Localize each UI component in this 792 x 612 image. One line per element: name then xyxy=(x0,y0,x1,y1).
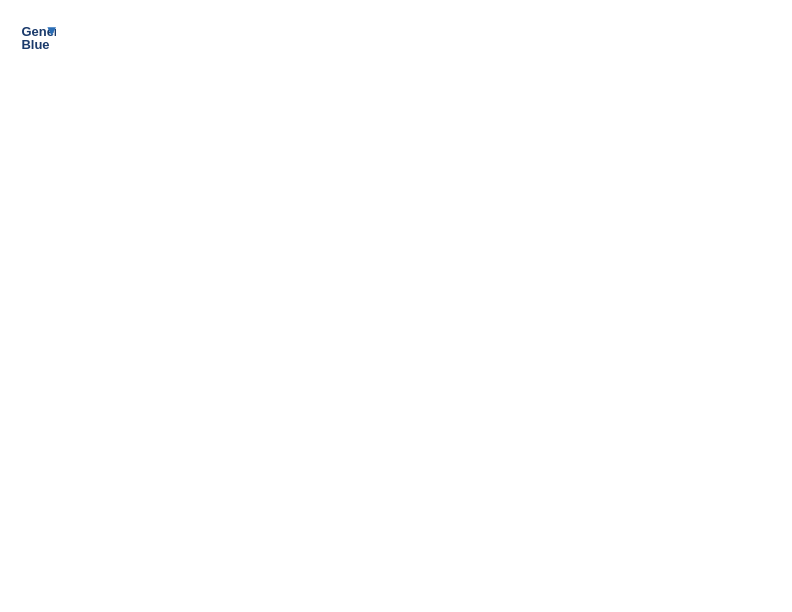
page-header: General Blue xyxy=(20,20,772,56)
logo-icon: General Blue xyxy=(20,20,56,56)
svg-text:Blue: Blue xyxy=(21,37,49,52)
logo: General Blue xyxy=(20,20,60,56)
